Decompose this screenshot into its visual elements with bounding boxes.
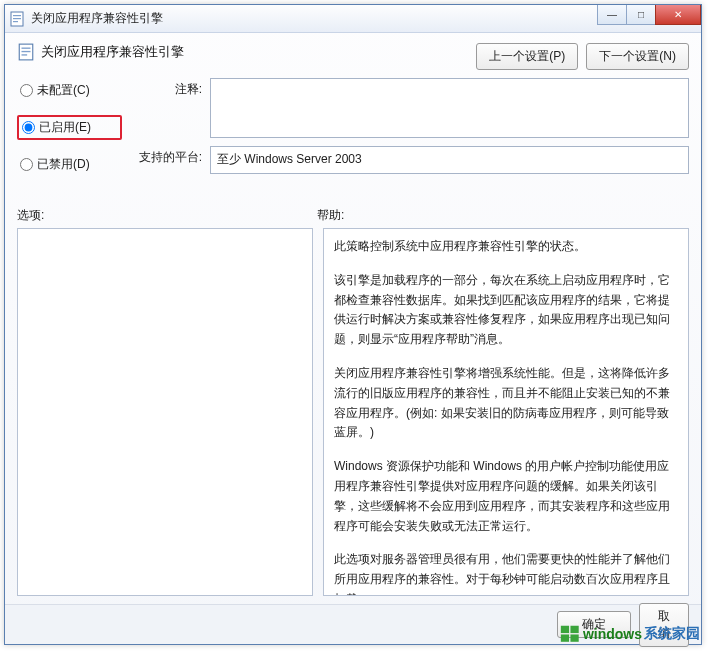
svg-rect-3 [13,21,18,22]
radio-enabled-input[interactable] [22,121,35,134]
radio-not-configured-label: 未配置(C) [37,82,90,99]
maximize-button[interactable]: □ [626,5,656,25]
radio-enabled[interactable]: 已启用(E) [17,115,122,140]
radio-enabled-label: 已启用(E) [39,119,91,136]
options-panel[interactable] [17,228,313,596]
policy-title: 关闭应用程序兼容性引擎 [41,43,184,61]
header-row: 关闭应用程序兼容性引擎 上一个设置(P) 下一个设置(N) [17,43,689,70]
titlebar: 关闭应用程序兼容性引擎 ― □ ✕ [5,5,701,33]
dialog-footer: 确定 取消 [5,604,701,644]
content-area: 关闭应用程序兼容性引擎 上一个设置(P) 下一个设置(N) 未配置(C) 已启用… [5,33,701,604]
options-label: 选项: [17,207,317,224]
radio-disabled-label: 已禁用(D) [37,156,90,173]
app-icon [9,11,25,27]
policy-icon [17,43,35,61]
help-paragraph: 关闭应用程序兼容性引擎将增强系统性能。但是，这将降低许多流行的旧版应用程序的兼容… [334,364,678,443]
svg-rect-1 [13,15,21,16]
help-label: 帮助: [317,207,344,224]
panels-row: 此策略控制系统中应用程序兼容性引擎的状态。该引擎是加载程序的一部分，每次在系统上… [17,228,689,596]
ok-button[interactable]: 确定 [557,611,631,638]
help-paragraph: 此策略控制系统中应用程序兼容性引擎的状态。 [334,237,678,257]
radio-disabled[interactable]: 已禁用(D) [17,154,122,175]
previous-setting-button[interactable]: 上一个设置(P) [476,43,578,70]
window-title: 关闭应用程序兼容性引擎 [31,10,163,27]
platform-value: 至少 Windows Server 2003 [210,146,689,174]
comment-label: 注释: [132,78,202,98]
help-paragraph: 该引擎是加载程序的一部分，每次在系统上启动应用程序时，它都检查兼容性数据库。如果… [334,271,678,350]
window-controls: ― □ ✕ [598,5,701,25]
help-panel[interactable]: 此策略控制系统中应用程序兼容性引擎的状态。该引擎是加载程序的一部分，每次在系统上… [323,228,689,596]
radio-disabled-input[interactable] [20,158,33,171]
help-paragraph: Windows 资源保护功能和 Windows 的用户帐户控制功能使用应用程序兼… [334,457,678,536]
close-button[interactable]: ✕ [655,5,701,25]
radio-not-configured[interactable]: 未配置(C) [17,80,122,101]
radio-not-configured-input[interactable] [20,84,33,97]
svg-rect-6 [22,51,31,52]
help-paragraph: 此选项对服务器管理员很有用，他们需要更快的性能并了解他们所用应用程序的兼容性。对… [334,550,678,596]
next-setting-button[interactable]: 下一个设置(N) [586,43,689,70]
fields-column: 注释: 支持的平台: 至少 Windows Server 2003 [132,78,689,189]
section-labels: 选项: 帮助: [17,207,689,224]
comment-input[interactable] [210,78,689,138]
svg-rect-5 [22,48,31,49]
upper-config: 未配置(C) 已启用(E) 已禁用(D) 注释: 支持的平台: [17,78,689,189]
policy-dialog: 关闭应用程序兼容性引擎 ― □ ✕ 关闭应用程序兼容性引擎 上一个设置(P) 下… [4,4,702,645]
svg-rect-2 [13,18,21,19]
cancel-button[interactable]: 取消 [639,603,689,647]
platform-label: 支持的平台: [132,146,202,166]
minimize-button[interactable]: ― [597,5,627,25]
state-radio-group: 未配置(C) 已启用(E) 已禁用(D) [17,78,122,189]
svg-rect-7 [22,54,28,55]
